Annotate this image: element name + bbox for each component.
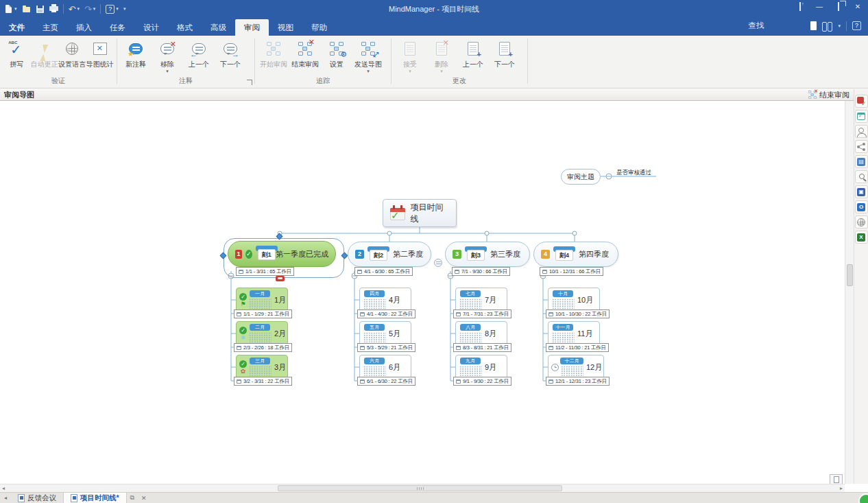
group-changes: 接受 ▾ ✕ 删除 ▾ + 上一个 + 下一个 更改 xyxy=(391,36,527,88)
search-pane-button[interactable] xyxy=(855,170,868,183)
topic-dec[interactable]: 十二月 12月 xyxy=(548,355,604,379)
binoculars-icon[interactable] xyxy=(822,22,832,30)
horizontal-scrollbar-thumb[interactable] xyxy=(278,485,562,491)
topic-nov-dates: 11/2 - 11/30 : 21 工作日 xyxy=(546,343,609,352)
redo-button[interactable]: ↷▾ xyxy=(84,3,95,15)
horizontal-scrollbar[interactable]: ◂ ▸ xyxy=(0,484,845,492)
delete-change-button[interactable]: ✕ 删除 ▾ xyxy=(426,38,457,73)
topic-jan[interactable]: ✓⚑ 一月 1月 xyxy=(236,288,288,312)
topic-q3[interactable]: 3 刻3 第三季度 xyxy=(445,242,530,267)
review-callout-text[interactable]: 是否审核通过 xyxy=(616,169,651,177)
map-canvas[interactable]: ✓ 项目时间线 1 ✓ 刻1 第一季度已完成 1/1 - 3/31 : 65 工… xyxy=(0,101,845,484)
open-button[interactable] xyxy=(22,3,31,15)
new-document-button[interactable]: ▾ xyxy=(4,3,17,15)
end-review-button[interactable]: ✕ 结束审阅 xyxy=(289,38,321,69)
scroll-left-arrow[interactable]: ◂ xyxy=(2,485,5,491)
close-button[interactable]: ✕ xyxy=(853,3,863,10)
open-folder-icon xyxy=(22,4,31,14)
tab-scroll-left-arrow[interactable]: ◂ xyxy=(0,495,11,501)
topic-q4[interactable]: 4 刻4 第四季度 xyxy=(533,242,618,267)
month-calendar-icon: 二月 xyxy=(248,324,272,343)
spelling-button[interactable]: ABC✓ 拼写 xyxy=(3,38,31,69)
end-review-banner-button[interactable]: 结束审阅 xyxy=(806,88,849,102)
review-settings-button[interactable]: ⚙ 设置 xyxy=(321,38,352,69)
next-comment-button[interactable]: → 下一个 xyxy=(215,38,246,69)
minimize-button[interactable]: — xyxy=(815,3,824,10)
set-language-button[interactable]: 设置语言 xyxy=(58,38,86,69)
tab-view[interactable]: 视图 xyxy=(269,19,302,36)
topic-jun[interactable]: 六月 6月 xyxy=(359,355,411,379)
review-pane-button[interactable]: ✓ xyxy=(855,95,868,108)
tab-design[interactable]: 设计 xyxy=(134,19,168,36)
accept-change-button[interactable]: 接受 ▾ xyxy=(394,38,426,73)
previous-comment-button[interactable]: ← 上一个 xyxy=(183,38,215,69)
q1-review-flag-icon[interactable] xyxy=(276,276,285,281)
find-label[interactable]: 查找 xyxy=(748,21,764,31)
statistics-icon xyxy=(91,40,109,58)
new-comment-button[interactable]: ★ 新注释 xyxy=(120,38,152,69)
find-dropdown-caret[interactable]: ▾ xyxy=(838,23,841,29)
excel-pane-button[interactable]: X xyxy=(855,231,868,244)
dialog-launcher-icon[interactable] xyxy=(247,80,252,85)
topic-mar[interactable]: ✓✿ 三月 3月 xyxy=(236,355,288,379)
central-topic[interactable]: ✓ 项目时间线 xyxy=(383,199,457,227)
ribbon-display-button[interactable] xyxy=(795,3,805,10)
tab-advanced[interactable]: 高级 xyxy=(202,19,235,36)
comment-indicator-icon[interactable] xyxy=(434,259,442,267)
index-pane-button[interactable]: ▤ xyxy=(855,155,868,168)
float-tab-icon[interactable]: ⧉ xyxy=(127,494,138,502)
topic-q1[interactable]: 1 ✓ 刻1 第一季度已完成 xyxy=(228,241,336,267)
help-button[interactable]: ?▾ xyxy=(106,3,119,15)
help-icon[interactable]: ? xyxy=(852,21,861,30)
vertical-scrollbar-thumb[interactable] xyxy=(847,264,853,286)
share-button[interactable] xyxy=(855,140,868,153)
undo-button[interactable]: ↶▾ xyxy=(69,3,80,15)
find-input[interactable] xyxy=(810,21,817,30)
window-title: MindManager - 项目时间线 xyxy=(0,4,868,14)
next-change-button[interactable]: + 下一个 xyxy=(489,38,520,69)
doc-tab-feedback-meeting[interactable]: 反馈会议 xyxy=(11,493,64,503)
tab-home[interactable]: 主页 xyxy=(34,19,67,36)
outlook-pane-button[interactable]: O xyxy=(855,200,868,213)
map-statistics-button[interactable]: 导图统计 xyxy=(86,38,114,69)
topic-nov[interactable]: 十一月 11月 xyxy=(548,321,600,346)
tab-help[interactable]: 帮助 xyxy=(302,19,336,36)
save-button[interactable] xyxy=(36,3,45,15)
topic-may[interactable]: 五月 5月 xyxy=(359,321,411,346)
page-setup-icon[interactable] xyxy=(830,474,843,484)
autocorrect-button[interactable]: 自动更正 xyxy=(31,38,59,69)
close-tab-icon[interactable]: ✕ xyxy=(138,495,150,502)
customize-qat-button[interactable]: ▾ xyxy=(123,3,126,15)
topic-oct[interactable]: 十月 10月 xyxy=(548,288,600,312)
tab-file[interactable]: 文件 xyxy=(0,19,34,36)
resources-button[interactable] xyxy=(855,125,868,138)
topic-feb[interactable]: ✓❄ 二月 2月 xyxy=(236,321,288,346)
tab-insert[interactable]: 插入 xyxy=(67,19,101,36)
restore-button[interactable] xyxy=(834,3,843,10)
scroll-right-arrow[interactable]: ▸ xyxy=(840,485,843,491)
app-pane-button[interactable]: ▣ xyxy=(855,185,868,198)
remove-comment-button[interactable]: ✕ 移除 ▾ xyxy=(152,38,183,73)
topic-jul[interactable]: 七月 7月 xyxy=(455,288,507,312)
topic-aug[interactable]: 八月 8月 xyxy=(455,321,507,346)
start-review-button[interactable]: 开始审阅 xyxy=(258,38,289,69)
tab-task[interactable]: 任务 xyxy=(101,19,134,36)
ribbon-tab-row: 文件 主页 插入 任务 设计 格式 高级 审阅 视图 帮助 查找 ▾ ? xyxy=(0,18,868,36)
send-map-button[interactable]: ⤢ 发送导图 ▾ xyxy=(352,38,384,73)
topic-q2[interactable]: 2 刻2 第二季度 xyxy=(348,242,431,267)
tab-format[interactable]: 格式 xyxy=(168,19,202,36)
clock-icon xyxy=(551,364,559,371)
previous-change-button[interactable]: + 上一个 xyxy=(457,38,489,69)
topic-apr[interactable]: 四月 4月 xyxy=(359,288,411,312)
vertical-scrollbar[interactable] xyxy=(845,101,854,484)
status-indicator xyxy=(858,493,868,503)
topic-q1-dates: 1/1 - 3/31 : 65 工作日 xyxy=(236,267,294,276)
print-button[interactable] xyxy=(49,3,58,15)
topic-sep[interactable]: 九月 9月 xyxy=(455,355,507,379)
review-floating-topic[interactable]: 审阅主题 xyxy=(561,169,601,185)
doc-tab-project-timeline[interactable]: 项目时间线* xyxy=(64,493,127,503)
task-info-button[interactable] xyxy=(855,110,868,123)
globe-icon xyxy=(857,218,865,226)
web-pane-button[interactable] xyxy=(855,215,868,229)
tab-review[interactable]: 审阅 xyxy=(235,19,269,36)
